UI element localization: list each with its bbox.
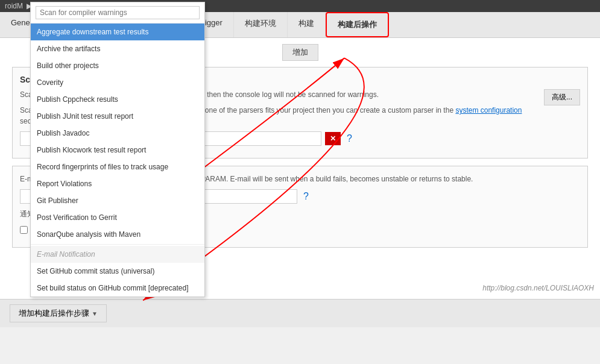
- dropdown-item-record-fingerprints[interactable]: Record fingerprints of files to track us…: [31, 158, 204, 175]
- system-config-link[interactable]: system configuration: [455, 106, 522, 115]
- dropdown-item-publish-junit[interactable]: Publish JUnit test result report: [31, 108, 204, 125]
- add-post-build-button[interactable]: 增加构建后操作步骤 ▼: [10, 304, 107, 322]
- email-responsible-checkbox[interactable]: [20, 226, 28, 234]
- dropdown-item-email-notification: E-mail Notification: [31, 246, 204, 263]
- dropdown-item-publish-javadoc[interactable]: Publish Javadoc: [31, 125, 204, 142]
- dropdown-search-input[interactable]: [36, 6, 200, 19]
- dropdown-item-set-github-commit[interactable]: Set GitHub commit status (universal): [31, 263, 204, 280]
- dropdown-item-report-violations[interactable]: Report Violations: [31, 175, 204, 192]
- bottom-bar: 增加构建后操作步骤 ▼: [0, 299, 600, 327]
- dropdown-item-coverity[interactable]: Coverity: [31, 74, 204, 91]
- dropdown-divider: [31, 244, 204, 245]
- dropdown-item-publish-klocwork[interactable]: Publish Klocwork test result report: [31, 142, 204, 158]
- dropdown-item-aggregate[interactable]: Aggregate downstream test results: [31, 24, 204, 40]
- dropdown-item-build-other[interactable]: Build other projects: [31, 57, 204, 74]
- dropdown-arrow-icon: ▼: [92, 310, 98, 317]
- dropdown-item-sonarqube[interactable]: SonarQube analysis with Maven: [31, 226, 204, 243]
- tab-build-env[interactable]: 构建环境: [234, 12, 288, 37]
- dropdown-menu: Aggregate downstream test results Archiv…: [30, 2, 205, 297]
- tab-post-build[interactable]: 构建后操作: [326, 12, 389, 37]
- dropdown-search-area: [31, 2, 204, 24]
- dropdown-item-post-verification[interactable]: Post Verification to Gerrit: [31, 209, 204, 226]
- email-help-icon[interactable]: ?: [303, 191, 309, 202]
- main-content: 增加 Scan for compiler warnings 高级... Scan…: [0, 38, 600, 327]
- dropdown-item-set-build-status[interactable]: Set build status on GitHub commit [depre…: [31, 280, 204, 297]
- app-name: roidM: [5, 2, 23, 10]
- add-button[interactable]: 增加: [282, 44, 318, 61]
- add-post-build-label: 增加构建后操作步骤: [19, 308, 89, 319]
- dropdown-item-git-publisher[interactable]: Git Publisher: [31, 192, 204, 209]
- scan-help-icon[interactable]: ?: [347, 133, 352, 144]
- tab-build[interactable]: 构建: [288, 12, 326, 37]
- dropdown-item-archive[interactable]: Archive the artifacts: [31, 40, 204, 57]
- watermark: http://blog.csdn.net/LOUISLIAOXH: [482, 284, 594, 292]
- dropdown-item-publish-cppcheck[interactable]: Publish Cppcheck results: [31, 91, 204, 108]
- advanced-button[interactable]: 高级...: [544, 89, 580, 105]
- scan-delete-button[interactable]: ✕: [325, 132, 341, 145]
